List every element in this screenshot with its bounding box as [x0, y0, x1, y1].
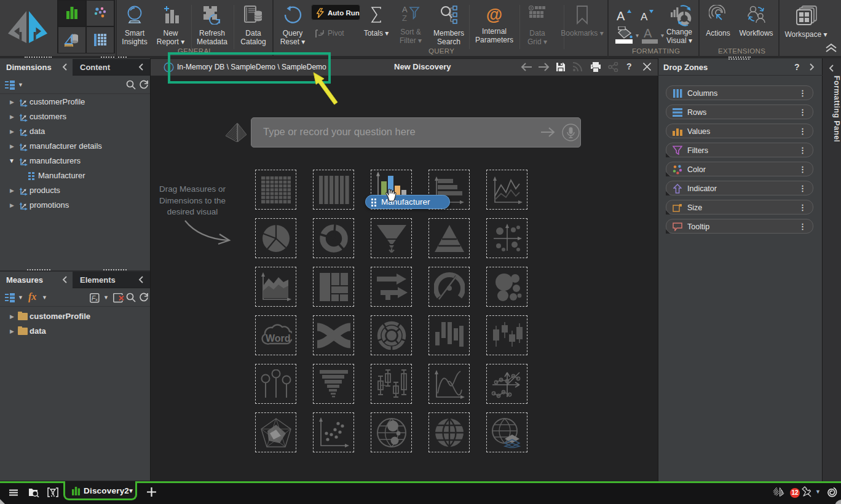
svg-text:A: A — [644, 26, 652, 39]
svg-text:A: A — [641, 11, 648, 22]
svg-text:A: A — [402, 5, 408, 14]
svg-text:x: x — [95, 297, 98, 302]
svg-text:Z: Z — [402, 14, 407, 23]
svg-text:Word: Word — [266, 333, 291, 344]
svg-text:A: A — [617, 9, 625, 22]
